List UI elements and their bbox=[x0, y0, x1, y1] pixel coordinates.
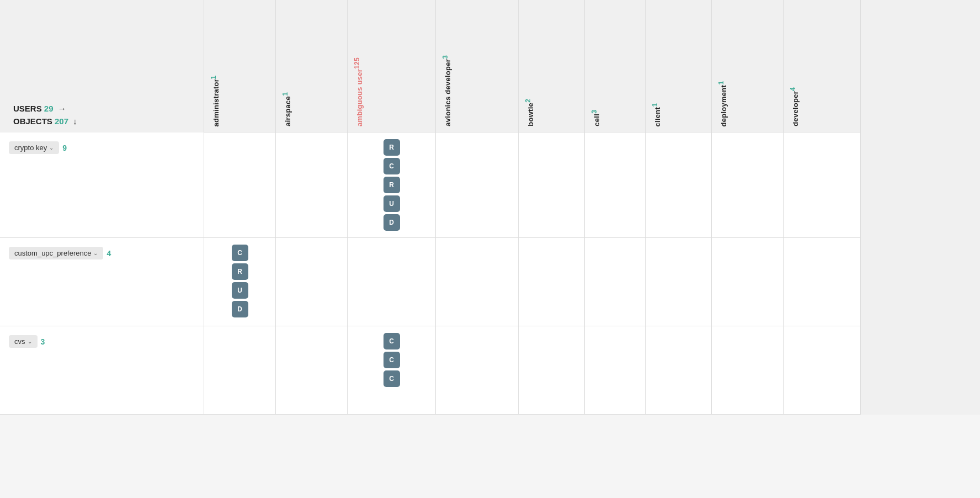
chevron-icon-2: ⌄ bbox=[93, 250, 98, 256]
cell-cupc-bowtie bbox=[519, 238, 585, 326]
cell-cupc-ambiguous bbox=[348, 238, 436, 326]
badge-R1[interactable]: R bbox=[232, 263, 248, 280]
cell-cvs-developer bbox=[784, 326, 861, 415]
col-header-administrator: administrator1 bbox=[204, 0, 276, 133]
cell-cupc-deployment bbox=[712, 238, 784, 326]
cell-crypto-deployment bbox=[712, 133, 784, 238]
users-count: 29 bbox=[44, 104, 54, 113]
col-label-bowtie: bowtie2 bbox=[524, 99, 535, 126]
col-header-developer: developer4 bbox=[784, 0, 861, 133]
badge-C[interactable]: C bbox=[384, 158, 400, 174]
cell-cvs-ambiguous: C C C bbox=[348, 326, 436, 415]
grid-container: USERS 29 → OBJECTS 207 ↓ administrator1 … bbox=[0, 0, 980, 415]
col-header-airspace: airspace1 bbox=[276, 0, 348, 133]
custom-upc-label: custom_upc_preference bbox=[14, 249, 91, 257]
objects-label: OBJECTS bbox=[13, 116, 52, 126]
cell-crypto-client bbox=[646, 133, 712, 238]
row-tag-custom-upc[interactable]: custom_upc_preference ⌄ bbox=[9, 247, 103, 259]
cell-cupc-avionics bbox=[436, 238, 519, 326]
row-label-cvs: cvs ⌄ 3 bbox=[0, 326, 204, 415]
cell-crypto-bowtie bbox=[519, 133, 585, 238]
col-label-deployment: deployment1 bbox=[717, 81, 728, 127]
badge-C1[interactable]: C bbox=[232, 245, 248, 261]
cell-crypto-cell bbox=[585, 133, 646, 238]
cvs-count: 3 bbox=[41, 337, 45, 346]
cell-crypto-developer bbox=[784, 133, 861, 238]
cell-cvs-client bbox=[646, 326, 712, 415]
row-tag-cvs[interactable]: cvs ⌄ bbox=[9, 335, 38, 348]
col-label-avionics-developer: avionics developer3 bbox=[441, 55, 452, 126]
objects-count: 207 bbox=[55, 116, 68, 126]
cell-crypto-administrator bbox=[204, 133, 276, 238]
objects-arrow: ↓ bbox=[73, 116, 77, 126]
cell-cvs-cell bbox=[585, 326, 646, 415]
chevron-icon-3: ⌄ bbox=[28, 338, 32, 345]
users-header: USERS 29 → bbox=[13, 104, 190, 113]
badge-D1[interactable]: D bbox=[232, 301, 248, 317]
row-label-crypto-key: crypto key ⌄ 9 bbox=[0, 133, 204, 238]
cell-cvs-airspace bbox=[276, 326, 348, 415]
cell-crypto-ambiguous-user: R C R U D bbox=[348, 133, 436, 238]
cell-crypto-avionics bbox=[436, 133, 519, 238]
cell-cupc-cell bbox=[585, 238, 646, 326]
crypto-key-count: 9 bbox=[62, 144, 67, 152]
chevron-icon: ⌄ bbox=[49, 145, 54, 151]
cvs-label: cvs bbox=[14, 337, 25, 346]
cell-cvs-avionics bbox=[436, 326, 519, 415]
permissions-table: USERS 29 → OBJECTS 207 ↓ administrator1 … bbox=[0, 0, 980, 415]
badge-C-cvs1[interactable]: C bbox=[384, 333, 400, 349]
cell-cupc-administrator: C R U D bbox=[204, 238, 276, 326]
col-label-client: client1 bbox=[651, 103, 662, 126]
col-label-ambiguous-user: ambiguous user125 bbox=[353, 57, 364, 126]
badge-U1[interactable]: U bbox=[232, 282, 248, 299]
badge-R2[interactable]: R bbox=[384, 177, 400, 193]
col-label-administrator: administrator1 bbox=[210, 75, 220, 126]
col-header-ambiguous-user: ambiguous user125 bbox=[348, 0, 436, 133]
cell-cupc-developer bbox=[784, 238, 861, 326]
col-label-cell: cell3 bbox=[590, 110, 601, 126]
col-header-client: client1 bbox=[646, 0, 712, 133]
cell-crypto-airspace bbox=[276, 133, 348, 238]
badge-R[interactable]: R bbox=[384, 139, 400, 156]
header-left-cell: USERS 29 → OBJECTS 207 ↓ bbox=[0, 0, 204, 133]
row-tag-crypto-key[interactable]: crypto key ⌄ bbox=[9, 141, 59, 154]
col-label-developer: developer4 bbox=[789, 87, 800, 126]
cell-cvs-administrator bbox=[204, 326, 276, 415]
col-header-avionics-developer: avionics developer3 bbox=[436, 0, 519, 133]
col-header-deployment: deployment1 bbox=[712, 0, 784, 133]
badge-U[interactable]: U bbox=[384, 195, 400, 212]
col-label-airspace: airspace1 bbox=[281, 92, 292, 126]
badge-C-cvs2[interactable]: C bbox=[384, 352, 400, 368]
row-label-custom-upc: custom_upc_preference ⌄ 4 bbox=[0, 238, 204, 326]
crypto-key-label: crypto key bbox=[14, 144, 47, 152]
cell-cvs-deployment bbox=[712, 326, 784, 415]
objects-header: OBJECTS 207 ↓ bbox=[13, 116, 190, 126]
cell-cvs-bowtie bbox=[519, 326, 585, 415]
badge-C-cvs3[interactable]: C bbox=[384, 370, 400, 387]
users-arrow: → bbox=[58, 104, 66, 113]
cell-cupc-client bbox=[646, 238, 712, 326]
custom-upc-count: 4 bbox=[106, 249, 111, 258]
badge-D[interactable]: D bbox=[384, 214, 400, 231]
col-header-cell: cell3 bbox=[585, 0, 646, 133]
cell-cupc-airspace bbox=[276, 238, 348, 326]
users-label: USERS bbox=[13, 104, 42, 113]
col-header-bowtie: bowtie2 bbox=[519, 0, 585, 133]
